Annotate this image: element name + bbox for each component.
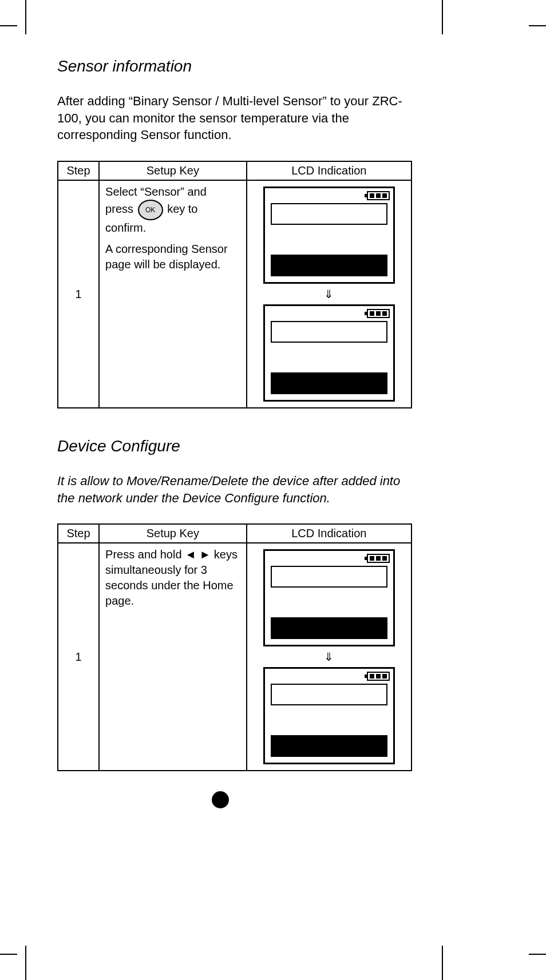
down-arrow-icon: ⇓: [324, 651, 334, 662]
ok-button-icon: OK: [138, 200, 163, 220]
key-line: Press and hold ◄ ► keys simultaneously f…: [105, 547, 240, 609]
crop-mark: [529, 25, 546, 26]
key-word: press: [105, 203, 133, 215]
setup-key-cell: Press and hold ◄ ► keys simultaneously f…: [99, 543, 247, 771]
page-content: Sensor information After adding “Binary …: [57, 57, 412, 771]
header-lcd: LCD Indication: [247, 161, 412, 180]
crop-mark: [0, 954, 17, 955]
lcd-row-selected: [271, 372, 387, 394]
lcd-screen-icon: [263, 549, 395, 646]
lcd-row-empty: [271, 321, 387, 343]
lcd-screen-icon: [263, 187, 395, 284]
lcd-row-empty: [271, 684, 387, 705]
step-number: 1: [58, 543, 99, 771]
header-setup-key: Setup Key: [99, 161, 247, 180]
step-number: 1: [58, 180, 99, 408]
manual-page: Sensor information After adding “Binary …: [0, 0, 546, 980]
down-arrow-icon: ⇓: [324, 288, 334, 300]
lcd-cell: ⇓: [247, 543, 412, 771]
battery-icon: [367, 554, 390, 563]
lcd-screen-icon: [263, 304, 395, 402]
crop-mark: [25, 0, 26, 34]
key-line: A corresponding Sensor page will be disp…: [105, 241, 240, 272]
page-number-dot-icon: [212, 791, 229, 808]
section-intro-device: It is allow to Move/Rename/Delete the de…: [57, 473, 412, 506]
battery-icon: [367, 191, 390, 200]
battery-icon: [367, 672, 390, 681]
section-intro-sensor: After adding “Binary Sensor / Multi-leve…: [57, 93, 412, 144]
crop-mark: [0, 25, 17, 26]
key-line: Select “Sensor” and: [105, 184, 240, 200]
header-setup-key: Setup Key: [99, 524, 247, 543]
header-step: Step: [58, 161, 99, 180]
lcd-row-selected: [271, 735, 387, 757]
section-title-device: Device Configure: [57, 437, 412, 455]
crop-mark: [25, 946, 26, 980]
lcd-row-selected: [271, 255, 387, 276]
lcd-screen-icon: [263, 667, 395, 764]
lcd-row-empty: [271, 203, 387, 225]
steps-table-device: Step Setup Key LCD Indication 1 Press an…: [57, 523, 412, 771]
lcd-row-empty: [271, 566, 387, 588]
battery-icon: [367, 309, 390, 318]
header-step: Step: [58, 524, 99, 543]
header-lcd: LCD Indication: [247, 524, 412, 543]
section-title-sensor: Sensor information: [57, 57, 412, 76]
lcd-cell: ⇓: [247, 180, 412, 408]
steps-table-sensor: Step Setup Key LCD Indication 1 Select “…: [57, 161, 412, 408]
crop-mark: [442, 0, 443, 34]
key-line: press OK key to confirm.: [105, 200, 240, 236]
crop-mark: [442, 946, 443, 980]
crop-mark: [529, 954, 546, 955]
lcd-row-selected: [271, 617, 387, 639]
setup-key-cell: Select “Sensor” and press OK key to conf…: [99, 180, 247, 408]
